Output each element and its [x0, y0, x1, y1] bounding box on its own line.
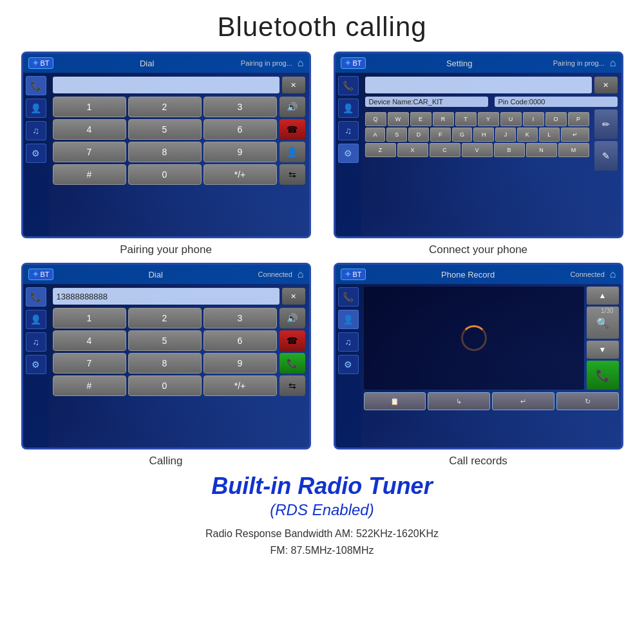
hangup-btn-calling[interactable]: ☎: [279, 330, 305, 351]
key-star-calling[interactable]: */+: [204, 375, 277, 396]
key-2-pairing[interactable]: 2: [128, 97, 202, 117]
kb-f[interactable]: F: [430, 128, 451, 142]
home-icon-pairing[interactable]: ⌂: [298, 57, 304, 69]
home-icon-connect[interactable]: ⌂: [610, 57, 616, 69]
kb-s[interactable]: S: [386, 128, 407, 142]
nav-down-btn[interactable]: ▼: [587, 341, 619, 359]
kb-j[interactable]: J: [495, 128, 516, 142]
key-3-calling[interactable]: 3: [204, 308, 277, 328]
kb-enter[interactable]: ↵: [561, 128, 589, 142]
key-5-calling[interactable]: 5: [128, 330, 202, 351]
top-bar-records: ✦ BT Phone Record Connected ⌂: [336, 265, 621, 284]
key-hash-calling[interactable]: #: [53, 375, 126, 396]
settings-icon-pairing[interactable]: ⚙: [26, 144, 46, 163]
settings-icon-calling[interactable]: ⚙: [26, 355, 46, 374]
key-7-pairing[interactable]: 7: [53, 142, 126, 162]
speaker-btn-pairing[interactable]: 🔊: [279, 97, 305, 117]
call-btn-records[interactable]: 📞: [587, 361, 619, 390]
key-6-pairing[interactable]: 6: [204, 119, 277, 140]
kb-t[interactable]: T: [455, 112, 477, 126]
key-2-calling[interactable]: 2: [128, 308, 202, 328]
delete-btn-pairing[interactable]: ✕: [282, 77, 305, 93]
key-8-calling[interactable]: 8: [128, 353, 202, 374]
key-1-pairing[interactable]: 1: [53, 97, 126, 117]
bt-badge-records: ✦ BT: [341, 269, 366, 280]
kb-p[interactable]: P: [568, 112, 589, 126]
phone-icon-calling[interactable]: 📞: [26, 287, 46, 307]
key-4-pairing[interactable]: 4: [53, 119, 126, 140]
key-0-calling[interactable]: 0: [128, 375, 202, 396]
record-btn-2[interactable]: ↳: [428, 392, 490, 410]
transfer-btn-calling[interactable]: ⇆: [279, 375, 305, 396]
kb-q[interactable]: Q: [365, 112, 386, 126]
dial-input-calling[interactable]: 13888888888: [53, 288, 279, 305]
transfer-btn-pairing[interactable]: ⇆: [279, 164, 305, 185]
phone-icon-connect[interactable]: 📞: [338, 76, 359, 95]
delete-btn-calling[interactable]: ✕: [282, 288, 305, 305]
key-1-calling[interactable]: 1: [53, 308, 126, 328]
connect-input[interactable]: [365, 77, 592, 93]
key-8-pairing[interactable]: 8: [128, 142, 202, 162]
delete-btn-connect[interactable]: ✕: [594, 77, 618, 93]
contacts-icon-records[interactable]: 👤: [338, 310, 359, 329]
key-5-pairing[interactable]: 5: [128, 119, 202, 140]
key-star-pairing[interactable]: */+: [204, 164, 277, 185]
kb-y[interactable]: Y: [478, 112, 499, 126]
phone-icon-records[interactable]: 📞: [338, 287, 359, 307]
music-icon-pairing[interactable]: ♫: [26, 121, 46, 140]
key-9-pairing[interactable]: 9: [204, 142, 277, 162]
contacts-icon-connect[interactable]: 👤: [338, 99, 359, 118]
contact-btn-pairing[interactable]: 👤: [279, 142, 305, 162]
call-btn-calling[interactable]: 📞: [279, 353, 305, 374]
kb-e[interactable]: E: [410, 112, 431, 126]
music-icon-calling[interactable]: ♫: [26, 332, 46, 352]
kb-c[interactable]: C: [430, 143, 460, 157]
screen-title-pairing: Dial: [53, 59, 241, 68]
key-3-pairing[interactable]: 3: [204, 97, 277, 117]
kb-w[interactable]: W: [388, 112, 409, 126]
kb-u[interactable]: U: [500, 112, 522, 126]
key-0-pairing[interactable]: 0: [128, 164, 202, 185]
phone-icon-pairing[interactable]: 📞: [26, 76, 46, 95]
phone-record-main: ▲ 🔍 ▼ 📞: [364, 287, 619, 390]
key-7-calling[interactable]: 7: [53, 353, 126, 374]
kb-d[interactable]: D: [408, 128, 429, 142]
contacts-icon-calling[interactable]: 👤: [26, 310, 46, 329]
key-hash-pairing[interactable]: #: [53, 164, 126, 185]
edit-btn-top[interactable]: ✏: [594, 109, 618, 139]
key-4-calling[interactable]: 4: [53, 330, 126, 351]
key-6-calling[interactable]: 6: [204, 330, 277, 351]
kb-m[interactable]: M: [558, 143, 589, 157]
speaker-btn-calling[interactable]: 🔊: [279, 308, 305, 328]
music-icon-connect[interactable]: ♫: [338, 121, 359, 140]
main-content-pairing: ✕ 1 2 3 4 5 6 7 8 9 # 0 */+: [49, 73, 309, 236]
kb-a[interactable]: A: [365, 128, 386, 142]
kb-g[interactable]: G: [452, 128, 473, 142]
kb-n[interactable]: N: [526, 143, 557, 157]
kb-i[interactable]: I: [523, 112, 544, 126]
music-icon-records[interactable]: ♫: [338, 332, 359, 352]
bluetooth-icon-calling: ✦: [32, 270, 39, 279]
home-icon-records[interactable]: ⌂: [610, 269, 616, 280]
record-btn-4[interactable]: ↻: [556, 392, 619, 410]
kb-k[interactable]: K: [517, 128, 538, 142]
dial-input-pairing[interactable]: [53, 77, 279, 93]
hangup-btn-pairing[interactable]: ☎: [279, 119, 305, 140]
record-btn-3[interactable]: ↵: [492, 392, 554, 410]
record-btn-1[interactable]: 📋: [364, 392, 426, 410]
settings-icon-records[interactable]: ⚙: [338, 355, 359, 374]
kb-h[interactable]: H: [473, 128, 494, 142]
kb-r[interactable]: R: [433, 112, 454, 126]
kb-b[interactable]: B: [494, 143, 525, 157]
contacts-icon-pairing[interactable]: 👤: [26, 99, 46, 118]
kb-o[interactable]: O: [545, 112, 567, 126]
key-9-calling[interactable]: 9: [204, 353, 277, 374]
home-icon-calling[interactable]: ⌂: [298, 269, 304, 280]
kb-z[interactable]: Z: [365, 143, 396, 157]
edit-btn-bottom[interactable]: ✎: [594, 141, 618, 171]
kb-x[interactable]: X: [397, 143, 428, 157]
kb-v[interactable]: V: [462, 143, 493, 157]
kb-l[interactable]: L: [539, 128, 560, 142]
nav-up-btn[interactable]: ▲: [587, 287, 619, 305]
settings-icon-connect[interactable]: ⚙: [338, 144, 359, 163]
